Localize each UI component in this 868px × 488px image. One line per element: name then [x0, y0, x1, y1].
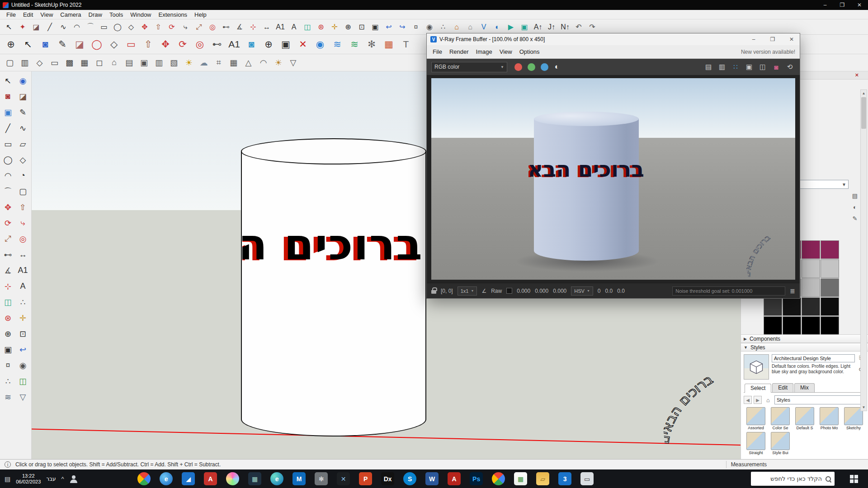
- walk-icon[interactable]: ∴: [437, 21, 449, 33]
- right-view-icon[interactable]: ▥: [152, 56, 166, 70]
- adobe-app-icon[interactable]: A: [447, 471, 462, 487]
- back-view-icon[interactable]: ▧: [167, 56, 181, 70]
- scale-tool-icon[interactable]: ⤢: [193, 21, 205, 33]
- zoom-window-tool-icon[interactable]: ⊡: [355, 21, 368, 33]
- lasso-tool-icon[interactable]: ✦: [16, 21, 29, 33]
- menu-item[interactable]: Camera: [57, 11, 85, 19]
- material-swatch[interactable]: [764, 316, 782, 335]
- monochrome-style-icon[interactable]: ◻: [92, 56, 106, 70]
- eraser-tool-icon[interactable]: ◪: [30, 21, 42, 33]
- style-collection-item[interactable]: Assorted: [744, 407, 768, 430]
- eraser-tool-icon[interactable]: ◪: [16, 89, 30, 104]
- zoom-tool-icon[interactable]: ⊕: [342, 21, 354, 33]
- style-collection-item[interactable]: Color Se: [768, 407, 793, 430]
- back-edges-style-icon[interactable]: ▥: [18, 56, 32, 70]
- vray-interactive-render-icon[interactable]: ▶: [505, 21, 517, 33]
- directx-icon[interactable]: Dx: [380, 471, 396, 487]
- dome-icon[interactable]: ◠: [256, 56, 270, 70]
- pixel-info-icon[interactable]: ∷: [730, 61, 741, 72]
- hidden-line-style-icon[interactable]: ▭: [47, 56, 61, 70]
- select-tool-icon[interactable]: ↖: [3, 21, 15, 33]
- vray-asset-editor-icon[interactable]: V: [477, 21, 490, 33]
- rotate-tool-icon[interactable]: ⟳: [1, 216, 15, 230]
- autocad-icon[interactable]: A: [203, 471, 218, 487]
- new-version-notice[interactable]: New version available!: [741, 49, 795, 55]
- position-camera-icon[interactable]: ¤: [1, 358, 15, 373]
- 3d-warehouse-icon[interactable]: ⌂: [450, 21, 463, 33]
- eraser-icon[interactable]: ◪: [71, 36, 88, 52]
- taskbar-clock[interactable]: 13:22 06/02/2023: [16, 473, 41, 485]
- components-panel-header[interactable]: ▶ Components ✕: [741, 334, 868, 343]
- drape-tool-icon[interactable]: ▽: [16, 389, 30, 404]
- chrome-2-icon[interactable]: [491, 471, 506, 487]
- scale-tool-icon[interactable]: ⤢: [1, 231, 15, 246]
- x-ray-style-icon[interactable]: ▢: [3, 56, 17, 70]
- walk2-tool-icon[interactable]: ∴: [1, 374, 15, 389]
- move-tool-icon[interactable]: ✥: [138, 21, 151, 33]
- style-collection-item[interactable]: Straight: [744, 432, 768, 455]
- previous-view-icon[interactable]: ↩: [382, 21, 395, 33]
- top-view-icon[interactable]: ▤: [122, 56, 136, 70]
- orbit-tool-icon[interactable]: ⊛: [315, 21, 327, 33]
- sandbox-tool-icon[interactable]: ≋: [1, 389, 15, 404]
- sketchup-icon[interactable]: ◢: [181, 471, 196, 487]
- rotate-icon[interactable]: ⟳: [175, 36, 191, 52]
- move-tool-icon[interactable]: ✥: [1, 200, 15, 215]
- plugin-a-arrow-icon[interactable]: A↑: [532, 21, 544, 33]
- select-icon[interactable]: ↖: [20, 36, 36, 52]
- material-swatch[interactable]: [821, 259, 839, 278]
- pan-tool-icon[interactable]: ✛: [328, 21, 341, 33]
- pencil-icon[interactable]: ✎: [54, 36, 71, 52]
- lock-icon[interactable]: [431, 290, 436, 294]
- axes-tool-icon[interactable]: ⊹: [247, 21, 259, 33]
- previous-view-icon[interactable]: ↩: [16, 342, 30, 357]
- toolbox-icon[interactable]: ▦: [381, 36, 397, 52]
- pyramid-icon[interactable]: △: [241, 56, 255, 70]
- file-explorer-icon[interactable]: ▱: [535, 471, 551, 487]
- offset-tool-icon[interactable]: ◎: [16, 231, 30, 246]
- vray-titlebar[interactable]: V V-Ray Frame Buffer - [100.0% of 800 x …: [427, 33, 800, 45]
- vray-minimize-button[interactable]: –: [745, 33, 762, 45]
- gear-icon[interactable]: ✻: [363, 36, 380, 52]
- axes-tool-icon[interactable]: ⊹: [1, 279, 15, 294]
- x-app-icon[interactable]: ✕: [336, 471, 351, 487]
- browser-blue-icon[interactable]: e: [159, 471, 174, 487]
- channel-dropdown[interactable]: RGB color ▼: [431, 62, 507, 72]
- render-history-icon[interactable]: ⟲: [784, 61, 795, 72]
- select-tool-icon[interactable]: ↖: [1, 73, 15, 88]
- paint-roller-icon[interactable]: ▤: [851, 192, 859, 200]
- taskbar-search[interactable]: הקלד כאן כדי לחפש: [751, 472, 835, 486]
- shaded-style-icon[interactable]: ▩: [62, 56, 76, 70]
- tape-measure-tool-icon[interactable]: ⊷: [220, 21, 232, 33]
- orbit-tool-icon[interactable]: ⊛: [1, 310, 15, 325]
- protractor-tool-icon[interactable]: ∡: [1, 263, 15, 278]
- start-button[interactable]: [840, 469, 868, 488]
- tray-scrollbar[interactable]: ▲ ▼: [860, 89, 867, 411]
- chrome-icon[interactable]: [137, 471, 152, 487]
- minimize-button[interactable]: –: [816, 0, 834, 10]
- rectangle-icon[interactable]: ▭: [123, 36, 139, 52]
- menu-item[interactable]: Tools: [106, 11, 127, 19]
- forward-arrow-icon[interactable]: ▶: [754, 396, 762, 404]
- push-pull-tool-icon[interactable]: ⇧: [152, 21, 165, 33]
- iso-view-icon[interactable]: ⌂: [107, 56, 121, 70]
- vray-menu-item[interactable]: Options: [516, 47, 543, 56]
- vray-menu-item[interactable]: File: [429, 47, 445, 56]
- pie-tool-icon[interactable]: ◔: [16, 168, 30, 183]
- measurements-input[interactable]: [771, 461, 862, 469]
- 3d-text-tool-icon[interactable]: A: [288, 21, 300, 33]
- color-corrections-icon[interactable]: ◙: [771, 61, 782, 72]
- scroll-up-icon[interactable]: ▲: [861, 90, 867, 97]
- styles-tab[interactable]: Select: [745, 384, 771, 393]
- shape-tool-icon[interactable]: ▢: [16, 184, 30, 199]
- settings-app-icon[interactable]: ✻: [314, 471, 329, 487]
- circle-icon[interactable]: ◯: [89, 36, 105, 52]
- material-swatch[interactable]: [802, 297, 820, 316]
- circle-tool-icon[interactable]: ◯: [111, 21, 124, 33]
- undo-icon[interactable]: ↶: [572, 21, 585, 33]
- offset-icon[interactable]: ◎: [192, 36, 208, 52]
- section-plane-tool-icon[interactable]: ◫: [1, 295, 15, 310]
- styles-tab[interactable]: Edit: [772, 383, 793, 392]
- wireframe-style-icon[interactable]: ◇: [33, 56, 47, 70]
- vray-frame-buffer-window[interactable]: V V-Ray Frame Buffer - [100.0% of 800 x …: [426, 33, 800, 299]
